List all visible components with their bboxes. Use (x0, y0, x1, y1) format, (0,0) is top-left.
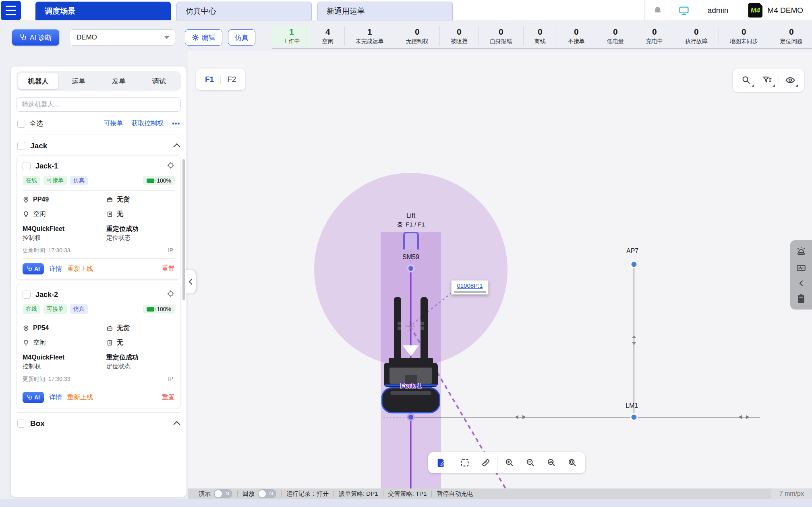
acceptable-link[interactable]: 可接单 (104, 119, 123, 128)
select-all-checkbox[interactable] (17, 120, 25, 128)
tab-orders[interactable]: 运单 (58, 73, 99, 89)
group-checkbox[interactable] (17, 142, 25, 150)
robot-card-jack-1[interactable]: Jack-1 在线可接单仿真100% PP49 空闲 无货 无 M4QuickF… (17, 155, 181, 280)
counter-不接单[interactable]: 0不接单 (557, 26, 596, 46)
reset-link[interactable]: 重置 (162, 265, 175, 273)
detail-link[interactable]: 详情 (49, 393, 62, 402)
robot-reloc: 重定位成功 (106, 353, 175, 362)
pause-auto-charge[interactable]: 暂停自动充电 (432, 490, 478, 498)
ruler-icon[interactable] (475, 454, 496, 472)
detail-link[interactable]: 详情 (49, 265, 62, 273)
counter-地图未同步[interactable]: 0地图未同步 (719, 26, 769, 46)
tab-debug[interactable]: 调试 (139, 73, 179, 89)
zoom-out-icon[interactable] (520, 454, 541, 472)
traffic-strategy[interactable]: 交管策略: TP1 (383, 490, 432, 498)
chevron-left-icon[interactable] (798, 280, 804, 287)
notification-bell-icon[interactable] (645, 0, 671, 21)
locate-crosshair-icon[interactable] (167, 161, 175, 171)
battery-pill: 100% (143, 305, 175, 314)
tab-new-transport-order[interactable]: 新通用运单 (317, 2, 453, 20)
counter-未完成运单[interactable]: 1未完成运单 (344, 26, 395, 46)
zoom-selection-icon[interactable] (562, 454, 583, 472)
draw-order-icon[interactable] (431, 454, 452, 472)
tab-simulation-center[interactable]: 仿真中心 (176, 2, 312, 20)
robot-fleet: M4QuickFleet (23, 353, 99, 362)
ai-diagnosis-button[interactable]: AI 诊断 (12, 29, 59, 46)
group-checkbox[interactable] (17, 420, 25, 428)
counter-自身报错[interactable]: 0自身报错 (478, 26, 523, 46)
robot-fork-1[interactable] (381, 295, 440, 416)
locate-crosshair-icon[interactable] (167, 290, 175, 299)
battery-icon (147, 307, 154, 312)
topbar: 调度场景 仿真中心 新通用运单 admin M4 M4 DEMO (0, 0, 812, 21)
alarm-icon[interactable] (796, 246, 806, 256)
filter-icon[interactable] (757, 71, 778, 89)
floor-tab-f1[interactable]: F1 (199, 75, 221, 84)
counter-工作中[interactable]: 1工作中 (272, 26, 311, 46)
floor-tab-f2[interactable]: F2 (221, 75, 242, 84)
robot-card-jack-2[interactable]: Jack-2 在线可接单仿真100% PP54 空闲 无货 无 M4QuickF… (17, 284, 181, 408)
brand-name: M4 DEMO (767, 6, 803, 15)
group-header-box[interactable]: Box (17, 412, 181, 433)
simulate-button[interactable]: 仿真 (228, 29, 255, 46)
map-canvas[interactable]: Lift F1 / F1 SM59 01008P:1 (188, 51, 812, 488)
counter-定位问题[interactable]: 0定位问题 (769, 26, 812, 46)
tab-robots[interactable]: 机器人 (18, 73, 58, 89)
counter-执行故障[interactable]: 0执行故障 (674, 26, 719, 46)
map-scale: 7 mm/px (771, 488, 812, 499)
search-icon[interactable] (736, 71, 757, 89)
zoom-in-icon[interactable] (499, 454, 520, 472)
robot-sidebar: 机器人 运单 发单 调试 全选 可接单 获取控制权 ••• Jack (11, 66, 186, 497)
chevron-down-icon (164, 36, 169, 39)
reonline-link[interactable]: 重新上线 (67, 393, 93, 402)
tab-dispatch-scene[interactable]: 调度场景 (35, 2, 171, 20)
robot-point: PP49 (33, 196, 49, 203)
robot-filter-input[interactable] (17, 97, 181, 112)
lift-door-icon[interactable] (403, 232, 419, 249)
select-region-icon[interactable] (454, 454, 475, 472)
eye-icon[interactable] (780, 71, 801, 89)
counter-空闲[interactable]: 4空闲 (311, 26, 344, 46)
monitor-icon[interactable] (671, 0, 697, 21)
counter-低电量[interactable]: 0低电量 (596, 26, 635, 46)
monitor-chart-icon[interactable] (796, 263, 806, 274)
replay-toggle[interactable]: N (258, 489, 276, 498)
demo-toggle[interactable]: N (214, 489, 232, 498)
reset-link[interactable]: 重置 (162, 393, 175, 402)
counter-被阻挡[interactable]: 0被阻挡 (439, 26, 478, 46)
scene-select[interactable]: DEMO (70, 29, 175, 46)
get-control-link[interactable]: 获取控制权 (131, 119, 164, 128)
badge: 在线 (23, 304, 40, 314)
robot-checkbox[interactable] (23, 291, 31, 299)
gear-icon (192, 34, 199, 41)
ip-label: IP: (168, 376, 175, 383)
sidebar-scrollbar[interactable] (182, 159, 185, 300)
run-records[interactable]: 运行记录：打开 (282, 490, 334, 498)
more-actions-icon[interactable]: ••• (172, 120, 180, 127)
ai-button[interactable]: AI (23, 263, 44, 274)
robot-badges: 在线可接单仿真100% (23, 176, 175, 191)
robot-reloc: 重定位成功 (106, 224, 175, 233)
edit-button[interactable]: 编辑 (185, 29, 222, 46)
bottom-strip (0, 499, 812, 507)
badge: 可接单 (44, 304, 67, 314)
user-name[interactable]: admin (697, 6, 739, 15)
robot-fleet: M4QuickFleet (23, 224, 99, 233)
badge: 仿真 (70, 304, 88, 314)
dispatch-strategy[interactable]: 派单策略: DP1 (334, 490, 383, 498)
window-tabs: 调度场景 仿真中心 新通用运单 (35, 0, 453, 21)
sidebar-collapse-handle[interactable] (185, 270, 196, 293)
order-tag[interactable]: 01008P:1 (451, 280, 489, 295)
counter-充电中[interactable]: 0充电中 (635, 26, 674, 46)
hamburger-menu-icon[interactable] (1, 1, 21, 20)
tab-send-order[interactable]: 发单 (99, 73, 139, 89)
group-header-jack[interactable]: Jack (17, 135, 181, 155)
zoom-fit-image-icon[interactable] (541, 454, 562, 472)
reonline-link[interactable]: 重新上线 (67, 265, 93, 273)
counter-离线[interactable]: 0离线 (523, 26, 557, 46)
clipboard-icon[interactable] (796, 293, 806, 304)
canvas-top-tools (733, 69, 804, 92)
counter-无控制权[interactable]: 0无控制权 (395, 26, 439, 46)
robot-checkbox[interactable] (23, 162, 31, 170)
ai-button[interactable]: AI (23, 392, 44, 403)
